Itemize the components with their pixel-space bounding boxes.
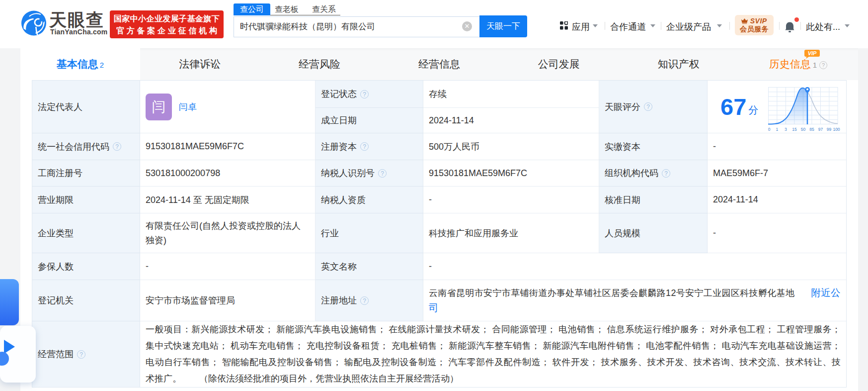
- svg-text:1: 1: [776, 127, 779, 131]
- svg-text:VIP: VIP: [808, 50, 817, 56]
- svg-text:99: 99: [827, 127, 832, 131]
- svg-text:100: 100: [833, 127, 840, 131]
- svg-text:15: 15: [792, 127, 797, 131]
- svg-text:97: 97: [818, 127, 823, 131]
- svg-text:0: 0: [768, 127, 771, 131]
- svg-text:3: 3: [785, 127, 787, 131]
- svg-text:50: 50: [801, 127, 806, 131]
- svg-text:85: 85: [809, 127, 814, 131]
